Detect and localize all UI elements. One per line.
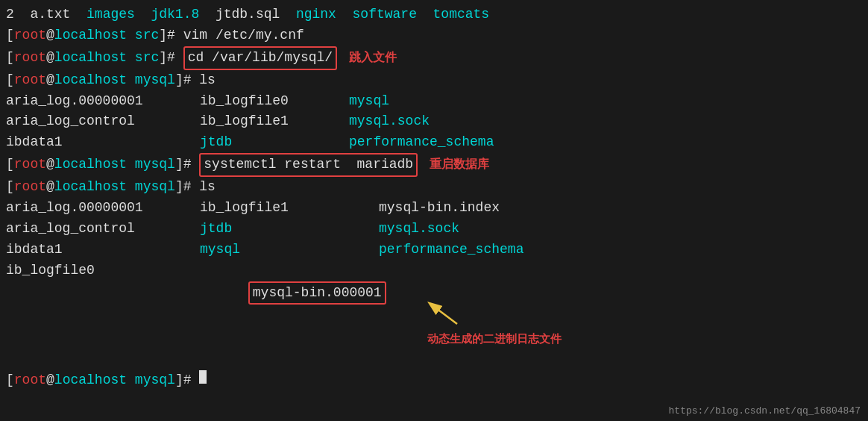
annotation-binary-log: 动态生成的二进制日志文件	[427, 332, 562, 345]
line-cd: [root@localhost src]# cd /var/lib/mysql/…	[6, 46, 862, 70]
ls-row-2: aria_log_control ib_logfile1 mysql.sock	[6, 111, 862, 132]
annotation-restart-db: 重启数据库	[430, 155, 489, 174]
line-ls2: [root@localhost mysql]# ls	[6, 177, 862, 198]
ls2-row-2: aria_log_control jtdb mysql.sock	[6, 219, 862, 240]
systemctl-command-box: systemctl restart mariadb	[199, 153, 418, 177]
ls-jtdb-sql: jtdb.sql	[216, 4, 296, 25]
svg-line-1	[433, 306, 457, 324]
ls-command-2: ls	[199, 177, 216, 198]
line-vim: [root@localhost src]# vim /etc/my.cnf	[6, 25, 862, 46]
ls2-row-3: ibdata1 mysql performance_schema	[6, 240, 862, 261]
terminal: 2 a.txt images jdk1.8 jtdb.sql nginx sof…	[0, 0, 868, 421]
ls-number: 2	[6, 4, 30, 25]
mysql-bin-box: mysql-bin.000001	[248, 281, 386, 305]
ls-images: images	[87, 4, 151, 25]
ls-jdk: jdk1.8	[151, 4, 215, 25]
vim-command: vim /etc/my.cnf	[183, 25, 304, 46]
ls-nginx: nginx	[296, 4, 353, 25]
ls2-row-1: aria_log.00000001 ib_logfile1 mysql-bin.…	[6, 198, 862, 219]
cd-command-box: cd /var/lib/mysql/	[183, 46, 337, 70]
annotation-jump-file: 跳入文件	[349, 49, 397, 67]
line-ls-top: 2 a.txt images jdk1.8 jtdb.sql nginx sof…	[6, 4, 862, 25]
line-ls1: [root@localhost mysql]# ls	[6, 70, 862, 91]
ls-software: software	[353, 4, 433, 25]
url-watermark: https://blog.csdn.net/qq_16804847	[669, 405, 861, 417]
line-systemctl: [root@localhost mysql]# systemctl restar…	[6, 153, 862, 177]
ls-row-3: ibdata1 jtdb performance_schema	[6, 132, 862, 153]
ls-command-1: ls	[199, 70, 216, 91]
terminal-cursor	[199, 370, 207, 384]
ls-tomcats: tomcats	[433, 4, 490, 25]
arrow-icon	[427, 302, 465, 328]
line-prompt-only: [root@localhost mysql]#	[6, 370, 862, 391]
ls-row-1: aria_log.00000001 ib_logfile0 mysql	[6, 91, 862, 112]
ls-atxt: a.txt	[30, 4, 87, 25]
ls2-row-4: ib_logfile0 mysql-bin.000001 动态生成的二进制日志文…	[6, 261, 862, 371]
